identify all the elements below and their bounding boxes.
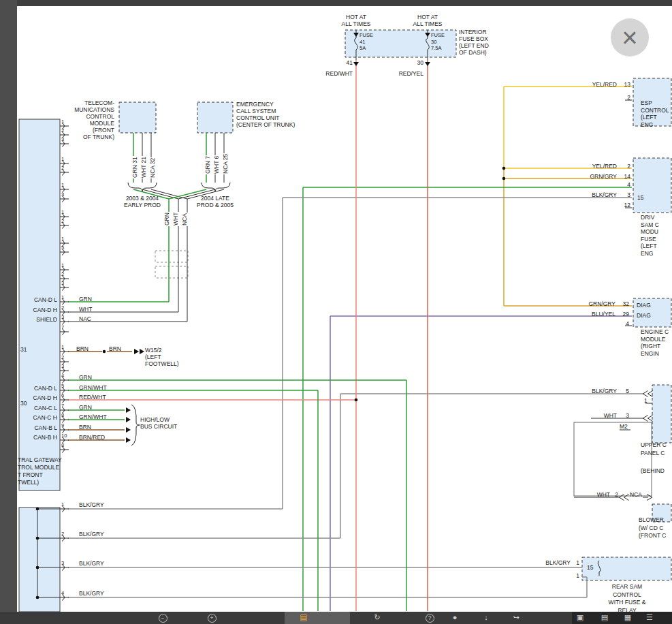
zoom-out-icon: − <box>159 614 167 623</box>
esp-module-box <box>633 78 671 126</box>
wiring-diagram-canvas[interactable]: HOT AT ALL TIMESHOT AT ALL TIMESFUSE 41 … <box>0 0 672 624</box>
junction-dot <box>502 167 506 170</box>
inline-connector-icon <box>648 391 653 397</box>
wire-segment <box>187 189 224 199</box>
inline-connector-box-1 <box>155 251 188 262</box>
pages-icon[interactable]: ▤ <box>296 612 311 624</box>
wire-segment <box>133 189 169 199</box>
junction-dot <box>36 537 39 540</box>
engine-control-module-box <box>633 298 671 327</box>
driver-sam-module-box <box>633 158 671 213</box>
share-icon: ↪ <box>513 613 519 621</box>
arrow-down-icon <box>353 62 359 66</box>
upper-panel-connector-box <box>652 385 671 443</box>
grid-icon[interactable]: ▤ <box>597 612 612 624</box>
gateway-connector-bottom <box>19 508 60 612</box>
module-boxes <box>19 30 671 612</box>
top-chrome-bar <box>0 0 672 6</box>
pages-icon: ▤ <box>300 612 307 622</box>
upper-control-panel-outline <box>574 422 652 496</box>
share-icon[interactable]: ↪ <box>509 612 524 624</box>
menu-icon: ☰ <box>646 613 653 621</box>
inline-connector-icon <box>648 416 653 422</box>
wire-segment <box>169 189 206 199</box>
diagram-geometry <box>0 0 672 624</box>
left-chrome-bar <box>0 0 17 624</box>
download-icon[interactable]: ↓ <box>479 612 494 624</box>
zoom-in-icon: + <box>208 614 217 623</box>
junction-dot <box>36 508 39 511</box>
junction-dot <box>355 399 358 402</box>
brace-early-prod <box>128 183 157 191</box>
inline-connector-icon <box>624 495 629 501</box>
zoom-in-icon[interactable]: + <box>204 612 219 624</box>
record-icon: ● <box>453 613 458 621</box>
gateway-connector-top <box>19 119 60 490</box>
junction-dot <box>36 596 39 599</box>
download-icon: ↓ <box>484 613 488 621</box>
interior-fuse-box <box>345 30 456 57</box>
rotate-icon[interactable]: ↻ <box>370 612 385 624</box>
photos-icon: ▦ <box>624 613 631 621</box>
blower-connector-box <box>652 504 671 522</box>
arrow-right-icon <box>126 427 131 433</box>
junction-dot <box>103 350 106 354</box>
rear-sam-module-box <box>582 557 671 580</box>
image-icon[interactable]: ▣ <box>573 612 588 624</box>
junction-dot <box>502 177 506 181</box>
wire-segment <box>178 189 215 199</box>
emergency-module-box <box>197 102 233 133</box>
grid-icon: ▤ <box>601 613 608 621</box>
active-tool-segment <box>285 612 350 624</box>
photos-icon[interactable]: ▦ <box>620 612 635 624</box>
arrow-right-icon <box>126 437 131 443</box>
help-icon: ? <box>426 614 434 623</box>
arrow-right-icon <box>134 349 139 354</box>
image-icon: ▣ <box>577 613 583 621</box>
viewer-toolbar[interactable]: −+▤↻?●↓↪▣▤▦☰ <box>0 612 672 624</box>
rotate-icon: ↻ <box>374 613 380 621</box>
junction-dot <box>36 566 39 570</box>
arrow-down-icon <box>425 62 430 66</box>
record-icon[interactable]: ● <box>447 612 462 624</box>
inline-connector-icon <box>620 495 624 501</box>
zoom-out-icon[interactable]: − <box>155 612 170 624</box>
telecom-module-box <box>119 102 156 133</box>
close-button[interactable]: × <box>611 18 649 57</box>
menu-icon[interactable]: ☰ <box>642 612 657 624</box>
arrow-right-icon <box>126 417 131 422</box>
arrow-right-icon <box>126 407 131 413</box>
wire-segment <box>151 189 187 199</box>
brace-late-prod <box>202 183 230 191</box>
arrow-right-icon <box>140 349 144 354</box>
inline-connector-box-2 <box>155 266 188 278</box>
help-icon[interactable]: ? <box>422 612 437 624</box>
brace-bus-circuit <box>131 405 140 446</box>
